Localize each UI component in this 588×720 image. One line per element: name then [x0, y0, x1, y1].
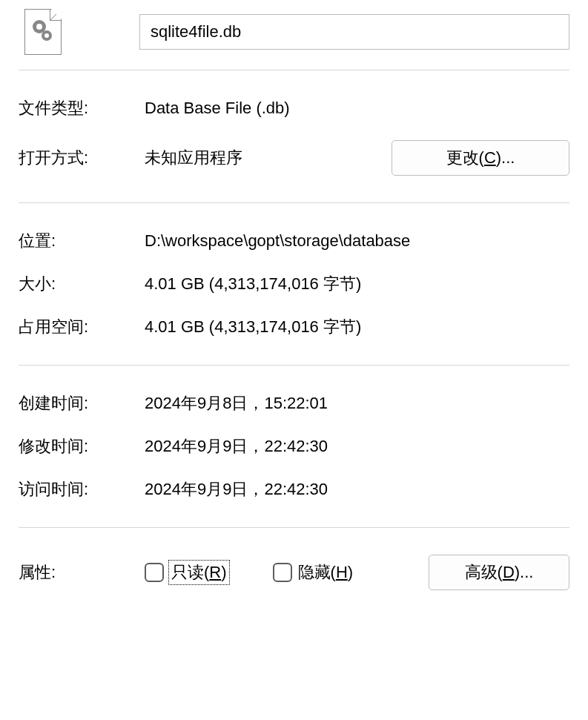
properties-panel: 文件类型: Data Base File (.db) 打开方式: 未知应用程序 …	[0, 0, 588, 617]
readonly-label[interactable]: 只读(R)	[170, 561, 228, 584]
label-location: 位置:	[19, 230, 145, 252]
row-size: 大小: 4.01 GB (4,313,174,016 字节)	[19, 262, 569, 305]
label-size: 大小:	[19, 273, 145, 295]
value-open-with: 未知应用程序	[145, 147, 392, 169]
row-file-type: 文件类型: Data Base File (.db)	[19, 87, 569, 130]
readonly-check-group: 只读(R)	[145, 561, 228, 584]
value-created: 2024年9月8日，15:22:01	[145, 392, 569, 415]
change-button[interactable]: 更改(C)...	[392, 140, 569, 176]
hidden-label[interactable]: 隐藏(H)	[298, 561, 354, 584]
advanced-button[interactable]: 高级(D)...	[429, 555, 569, 590]
label-attributes: 属性:	[19, 561, 145, 584]
row-location: 位置: D:\workspace\gopt\storage\database	[19, 219, 569, 262]
label-file-type: 文件类型:	[19, 97, 145, 119]
row-modified: 修改时间: 2024年9月9日，22:42:30	[19, 425, 569, 468]
section-dates: 创建时间: 2024年9月8日，15:22:01 修改时间: 2024年9月9日…	[19, 366, 569, 527]
label-created: 创建时间:	[19, 392, 145, 415]
label-accessed: 访问时间:	[19, 478, 145, 501]
value-file-type: Data Base File (.db)	[145, 99, 569, 118]
header-row	[19, 9, 569, 70]
section-location: 位置: D:\workspace\gopt\storage\database 大…	[19, 203, 569, 365]
row-open-with: 打开方式: 未知应用程序 更改(C)...	[19, 130, 569, 186]
settings-gear-icon	[33, 20, 55, 45]
hidden-check-group: 隐藏(H)	[273, 561, 354, 584]
hidden-checkbox[interactable]	[273, 563, 292, 582]
value-modified: 2024年9月9日，22:42:30	[145, 435, 569, 458]
label-size-on-disk: 占用空间:	[19, 316, 145, 338]
row-accessed: 访问时间: 2024年9月9日，22:42:30	[19, 468, 569, 511]
label-modified: 修改时间:	[19, 435, 145, 458]
file-type-icon	[24, 9, 62, 55]
section-general: 文件类型: Data Base File (.db) 打开方式: 未知应用程序 …	[19, 70, 569, 202]
label-open-with: 打开方式:	[19, 147, 145, 169]
value-accessed: 2024年9月9日，22:42:30	[145, 478, 569, 501]
section-attributes: 属性: 只读(R) 隐藏(H) 高级(D)...	[19, 528, 569, 617]
row-created: 创建时间: 2024年9月8日，15:22:01	[19, 382, 569, 425]
readonly-checkbox[interactable]	[145, 563, 164, 582]
value-location: D:\workspace\gopt\storage\database	[145, 231, 569, 251]
value-size: 4.01 GB (4,313,174,016 字节)	[145, 273, 569, 295]
value-size-on-disk: 4.01 GB (4,313,174,016 字节)	[145, 316, 569, 338]
filename-input[interactable]	[139, 14, 569, 50]
row-attributes: 属性: 只读(R) 隐藏(H) 高级(D)...	[19, 544, 569, 601]
row-size-on-disk: 占用空间: 4.01 GB (4,313,174,016 字节)	[19, 305, 569, 349]
